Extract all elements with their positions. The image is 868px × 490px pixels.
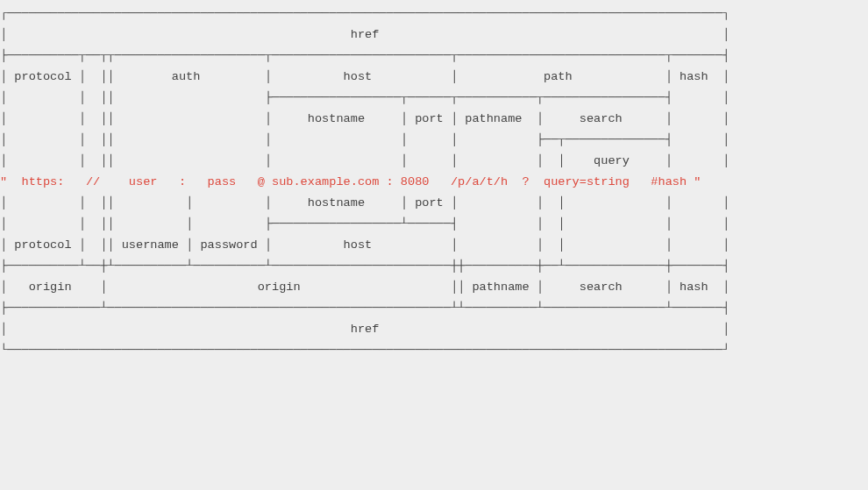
example-url: " https: // user : pass @ sub.example.co… [0,175,729,188]
url-structure-diagram: ┌───────────────────────────────────────… [0,0,868,361]
